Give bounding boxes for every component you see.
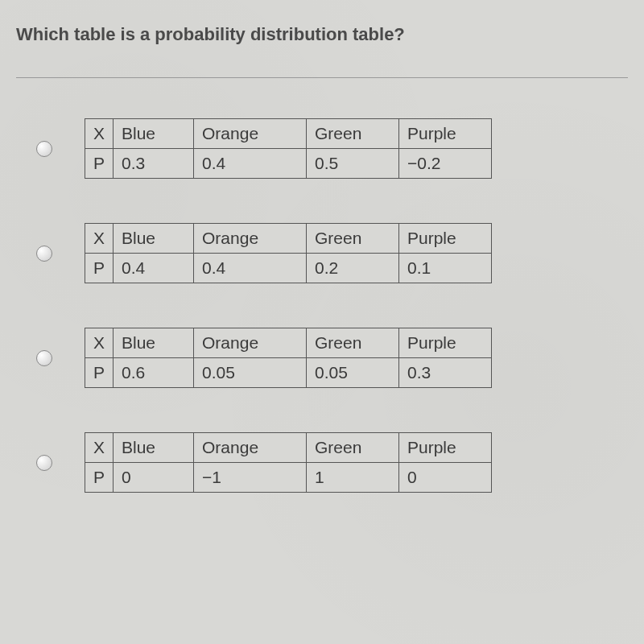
value-purple: 0.3 bbox=[399, 358, 492, 388]
header-orange: Orange bbox=[194, 328, 307, 358]
header-blue: Blue bbox=[114, 328, 194, 358]
header-green: Green bbox=[307, 328, 399, 358]
value-green: 0.2 bbox=[307, 254, 399, 283]
header-purple: Purple bbox=[399, 119, 492, 149]
header-purple: Purple bbox=[399, 433, 492, 463]
value-purple: 0.1 bbox=[399, 254, 492, 283]
row-label: P bbox=[85, 149, 114, 179]
header-x: X bbox=[85, 224, 114, 254]
table-option-2: X Blue Orange Green Purple P 0.4 0.4 0.2… bbox=[85, 223, 492, 283]
radio-option-1[interactable] bbox=[36, 141, 52, 157]
value-orange: 0.4 bbox=[194, 254, 307, 283]
header-blue: Blue bbox=[114, 119, 194, 149]
value-purple: −0.2 bbox=[399, 149, 492, 179]
value-orange: 0.4 bbox=[194, 149, 307, 179]
option-1: X Blue Orange Green Purple P 0.3 0.4 0.5… bbox=[36, 118, 628, 179]
header-blue: Blue bbox=[114, 224, 194, 254]
header-x: X bbox=[85, 119, 114, 149]
option-2: X Blue Orange Green Purple P 0.4 0.4 0.2… bbox=[36, 223, 628, 283]
header-x: X bbox=[85, 433, 114, 463]
header-purple: Purple bbox=[399, 224, 492, 254]
header-orange: Orange bbox=[194, 224, 307, 254]
header-green: Green bbox=[307, 119, 399, 149]
header-purple: Purple bbox=[399, 328, 492, 358]
value-orange: 0.05 bbox=[194, 358, 307, 388]
header-blue: Blue bbox=[114, 433, 194, 463]
table-option-1: X Blue Orange Green Purple P 0.3 0.4 0.5… bbox=[85, 118, 492, 179]
table-option-4: X Blue Orange Green Purple P 0 −1 1 0 bbox=[85, 432, 492, 493]
value-orange: −1 bbox=[194, 463, 307, 493]
value-green: 0.05 bbox=[307, 358, 399, 388]
header-x: X bbox=[85, 328, 114, 358]
question-text: Which table is a probability distributio… bbox=[16, 24, 628, 45]
table-option-3: X Blue Orange Green Purple P 0.6 0.05 0.… bbox=[85, 328, 492, 388]
value-green: 1 bbox=[307, 463, 399, 493]
header-orange: Orange bbox=[194, 433, 307, 463]
radio-option-2[interactable] bbox=[36, 246, 52, 262]
row-label: P bbox=[85, 358, 114, 388]
row-label: P bbox=[85, 254, 114, 283]
value-green: 0.5 bbox=[307, 149, 399, 179]
header-orange: Orange bbox=[194, 119, 307, 149]
header-green: Green bbox=[307, 224, 399, 254]
radio-option-4[interactable] bbox=[36, 455, 52, 471]
option-3: X Blue Orange Green Purple P 0.6 0.05 0.… bbox=[36, 328, 628, 388]
radio-option-3[interactable] bbox=[36, 350, 52, 366]
row-label: P bbox=[85, 463, 114, 493]
value-blue: 0 bbox=[114, 463, 194, 493]
value-purple: 0 bbox=[399, 463, 492, 493]
divider bbox=[16, 77, 628, 78]
value-blue: 0.3 bbox=[114, 149, 194, 179]
option-4: X Blue Orange Green Purple P 0 −1 1 0 bbox=[36, 432, 628, 493]
value-blue: 0.4 bbox=[114, 254, 194, 283]
value-blue: 0.6 bbox=[114, 358, 194, 388]
header-green: Green bbox=[307, 433, 399, 463]
